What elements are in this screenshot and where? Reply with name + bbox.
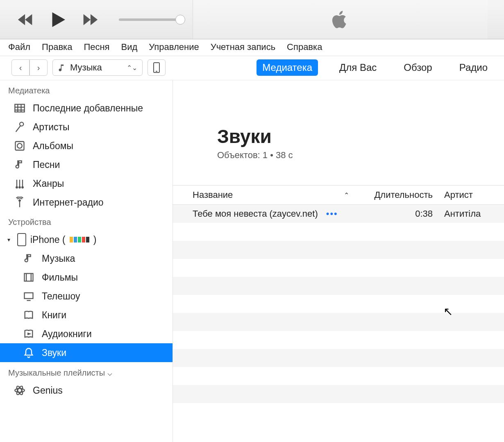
svg-point-21 <box>15 388 24 392</box>
disclosure-triangle-icon[interactable]: ▾ <box>7 236 13 243</box>
chevron-updown-icon: ⌃⌄ <box>127 64 137 72</box>
track-artist: Антитіла <box>438 209 504 219</box>
sidebar-item-albums[interactable]: Альбомы <box>0 136 173 155</box>
playback-bar <box>0 0 504 39</box>
nav-forward-button[interactable]: › <box>30 59 48 76</box>
sidebar-item-label: Аудиокниги <box>42 329 92 340</box>
table-row <box>173 403 504 421</box>
svg-point-11 <box>16 186 18 188</box>
table-row <box>173 295 504 313</box>
sidebar: Медиатека Последние добавленные Артисты … <box>0 80 173 442</box>
next-track-icon[interactable] <box>80 10 99 29</box>
device-item-audiobooks[interactable]: Аудиокниги <box>0 324 173 343</box>
tab-for-you[interactable]: Для Вас <box>334 59 382 76</box>
sidebar-item-label: Артисты <box>33 122 70 133</box>
guitar-icon <box>13 178 26 189</box>
nav-arrows: ‹ › <box>11 59 48 76</box>
sidebar-item-recent[interactable]: Последние добавленные <box>0 99 173 118</box>
menu-song[interactable]: Песня <box>84 42 109 52</box>
menu-help[interactable]: Справка <box>287 42 322 52</box>
table-row <box>173 349 504 367</box>
column-artist[interactable]: Артист <box>438 190 504 200</box>
sidebar-item-label: Последние добавленные <box>33 103 143 114</box>
tab-library[interactable]: Медиатека <box>257 59 318 76</box>
film-icon <box>22 272 35 283</box>
menu-account[interactable]: Учетная запись <box>211 42 275 52</box>
volume-thumb[interactable] <box>175 15 185 25</box>
menu-view[interactable]: Вид <box>121 42 138 52</box>
previous-track-icon[interactable] <box>16 10 35 29</box>
music-note-icon <box>58 63 66 72</box>
sidebar-item-label: Genius <box>33 385 63 396</box>
svg-point-13 <box>22 186 24 188</box>
svg-marker-20 <box>28 333 31 335</box>
volume-slider[interactable] <box>119 18 180 21</box>
playback-controls <box>16 9 180 31</box>
sidebar-item-radio[interactable]: Интернет-радио <box>0 193 173 212</box>
svg-rect-9 <box>16 142 24 150</box>
more-actions-icon[interactable]: ••• <box>326 209 338 219</box>
sidebar-item-artists[interactable]: Артисты <box>0 118 173 136</box>
svg-line-8 <box>16 126 21 132</box>
sidebar-item-label: Телешоу <box>42 291 80 302</box>
table-row <box>173 277 504 295</box>
sidebar-section-playlists[interactable]: Музыкальные плейлисты <box>0 362 173 381</box>
tab-browse[interactable]: Обзор <box>398 59 438 76</box>
antenna-icon <box>13 197 26 208</box>
media-type-selector[interactable]: Музыка ⌃⌄ <box>52 59 143 76</box>
tv-icon <box>22 290 35 302</box>
device-item-music[interactable]: Музыка <box>0 249 173 268</box>
page-title: Звуки <box>217 125 504 147</box>
apple-logo-icon <box>332 9 349 30</box>
view-tabs: Медиатека Для Вас Обзор Радио <box>257 59 493 76</box>
sidebar-item-songs[interactable]: Песни <box>0 155 173 174</box>
page-subtitle: Объектов: 1 • 38 с <box>217 150 504 161</box>
table-row[interactable]: Тебе моя невеста (zaycev.net) ••• 0:38 А… <box>173 205 504 223</box>
svg-rect-2 <box>15 104 24 112</box>
atom-icon <box>13 385 26 396</box>
table-row <box>173 259 504 277</box>
device-name-prefix: iPhone ( <box>30 234 66 245</box>
table-row <box>173 385 504 403</box>
sidebar-item-label: Музыка <box>42 253 75 264</box>
device-name-suffix: ) <box>93 234 97 245</box>
content-area: Звуки Объектов: 1 • 38 с Название ⌃ Длит… <box>173 80 504 442</box>
tones-table: Название ⌃ Длительность Артист Тебе моя … <box>173 185 504 421</box>
media-type-label: Музыка <box>70 62 102 73</box>
tab-radio[interactable]: Радио <box>454 59 493 76</box>
column-title[interactable]: Название ⌃ <box>193 190 356 200</box>
device-item-books[interactable]: Книги <box>0 306 173 324</box>
nav-row: ‹ › Музыка ⌃⌄ Медиатека Для Вас Обзор Ра… <box>0 56 504 80</box>
table-row <box>173 241 504 259</box>
menu-file[interactable]: Файл <box>8 42 30 52</box>
nav-back-button[interactable]: ‹ <box>11 59 30 76</box>
phone-icon <box>17 233 26 246</box>
book-icon <box>22 309 35 321</box>
sidebar-item-genres[interactable]: Жанры <box>0 174 173 193</box>
microphone-icon <box>13 121 26 133</box>
sidebar-device-iphone[interactable]: ▾ iPhone ( ) <box>0 230 173 249</box>
playlist-genius[interactable]: Genius <box>0 381 173 400</box>
table-row <box>173 313 504 331</box>
sidebar-item-label: Альбомы <box>33 141 73 152</box>
svg-point-12 <box>19 186 21 188</box>
table-row <box>173 223 504 241</box>
note-icon <box>13 159 26 170</box>
table-row <box>173 331 504 349</box>
menu-controls[interactable]: Управление <box>149 42 199 52</box>
device-button[interactable] <box>148 59 166 76</box>
audiobook-icon <box>22 328 35 340</box>
album-icon <box>13 140 26 152</box>
column-duration[interactable]: Длительность <box>356 190 438 200</box>
sidebar-item-label: Жанры <box>33 178 64 189</box>
svg-rect-18 <box>25 293 33 299</box>
device-item-tv[interactable]: Телешоу <box>0 287 173 306</box>
play-icon[interactable] <box>47 9 69 31</box>
sidebar-item-label: Фильмы <box>42 272 78 283</box>
svg-rect-15 <box>25 274 33 281</box>
phone-icon <box>153 62 160 73</box>
menu-edit[interactable]: Правка <box>42 42 72 52</box>
device-item-tones[interactable]: Звуки <box>0 343 173 362</box>
note-icon <box>22 253 35 264</box>
device-item-movies[interactable]: Фильмы <box>0 268 173 287</box>
